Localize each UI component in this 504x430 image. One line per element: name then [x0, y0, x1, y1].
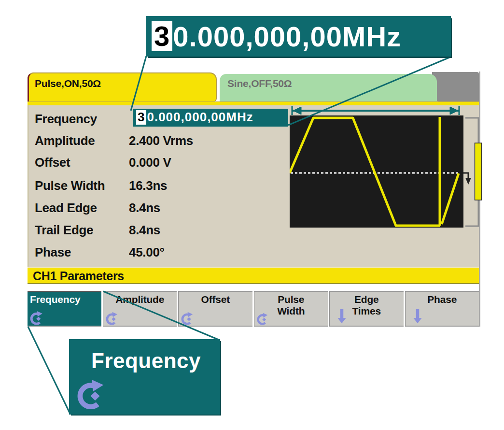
param-value-pulse-width: 16.3ns — [129, 177, 167, 194]
param-label-trail-edge: Trail Edge — [35, 221, 93, 239]
page: 30.000,000,00MHz Sine,OFF,50Ω Pulse,ON,5… — [0, 0, 504, 430]
tab-channel1-pulse[interactable]: Pulse,ON,50Ω — [28, 72, 217, 101]
softkey-phase[interactable]: Phase — [405, 291, 479, 327]
rotate-icon — [181, 311, 194, 325]
down-arrow-icon — [336, 308, 348, 324]
frequency-edit-field[interactable]: 30.000,000,00MHz — [133, 109, 288, 127]
softkey-offset[interactable]: Offset — [178, 291, 252, 327]
param-label-amplitude: Amplitude — [35, 132, 95, 149]
edit-cursor-digit: 3 — [152, 21, 172, 52]
status-bar: CH1 Parameters — [28, 267, 479, 284]
param-value-amplitude: 2.400 Vrms — [129, 132, 193, 149]
parameter-display: Frequency Amplitude Offset Pulse Width L… — [28, 105, 479, 267]
softkey-frequency[interactable]: Frequency — [28, 291, 101, 327]
frequency-value-large: 0.000,000,00MHz — [173, 20, 401, 53]
softkey-amplitude[interactable]: Amplitude — [103, 291, 177, 327]
param-label-pulse-width: Pulse Width — [35, 177, 105, 194]
frequency-value-callout: 30.000,000,00MHz — [146, 16, 451, 57]
down-arrow-icon — [411, 308, 424, 324]
amplitude-slider — [463, 116, 483, 229]
param-label-offset: Offset — [35, 154, 70, 171]
param-value-phase: 45.00° — [129, 244, 165, 261]
period-measure-arrow — [291, 105, 461, 116]
frequency-value: 0.000,000,00MHz — [147, 110, 253, 124]
frequency-softkey-callout: Frequency — [69, 339, 220, 415]
instrument-screen: Sine,OFF,50Ω Pulse,ON,50Ω Frequency Ampl… — [28, 72, 480, 327]
tab-channel2-sine[interactable]: Sine,OFF,50Ω — [220, 74, 437, 101]
offset-marker-arrow — [465, 178, 471, 185]
screen-bezel — [432, 72, 479, 101]
tab-label: Pulse,ON,50Ω — [35, 78, 101, 89]
param-value-lead-edge: 8.4ns — [129, 199, 160, 216]
param-label-frequency: Frequency — [35, 110, 97, 128]
rotate-icon — [105, 311, 119, 325]
param-value-trail-edge: 8.4ns — [129, 221, 160, 239]
slider-thumb — [475, 143, 482, 200]
waveform-preview — [290, 115, 463, 228]
rotate-icon — [76, 378, 107, 409]
active-tab-band — [28, 101, 479, 105]
softkey-edge-times[interactable]: Edge Times — [329, 291, 404, 327]
rotate-icon — [256, 312, 269, 325]
param-label-lead-edge: Lead Edge — [35, 199, 97, 216]
edit-cursor-digit: 3 — [136, 110, 146, 125]
softkey-pulse-width[interactable]: Pulse Width — [254, 291, 328, 327]
softkey-row: Frequency Amplitude Offset — [28, 291, 479, 327]
pulse-waveform-graphic — [290, 115, 463, 228]
callout-label: Frequency — [91, 349, 201, 373]
channel-tabs: Sine,OFF,50Ω Pulse,ON,50Ω — [28, 72, 479, 101]
rotate-icon — [29, 310, 44, 325]
param-label-phase: Phase — [35, 244, 71, 261]
param-value-offset: 0.000 V — [129, 154, 171, 171]
tab-label: Sine,OFF,50Ω — [227, 78, 292, 89]
